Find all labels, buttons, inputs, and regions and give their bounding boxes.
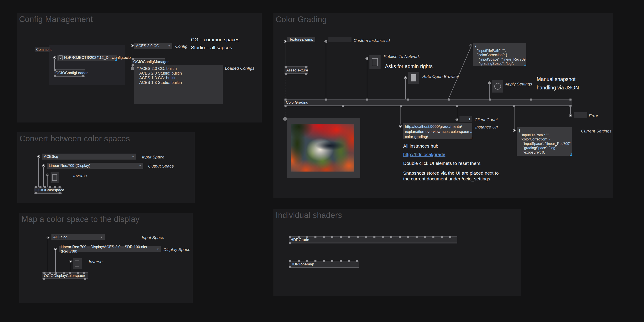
input-port-dot[interactable] [131, 44, 134, 47]
connector-stud-icon[interactable] [570, 99, 572, 101]
output-port-dot[interactable] [569, 114, 572, 117]
input-port-dot[interactable] [42, 164, 45, 167]
connector-stud-icon[interactable] [84, 278, 86, 280]
ocio-config-loader-node[interactable]: OCIOConfigLoader [54, 69, 85, 77]
resize-handle-icon[interactable] [570, 153, 572, 156]
output-port-ball[interactable] [283, 117, 287, 121]
loaded-configs-list[interactable]: * ACES 2.0 CG: builtin ACES 2.0 Studio: … [134, 65, 223, 104]
connector-stud-icon[interactable] [323, 236, 325, 238]
connector-stud-icon[interactable] [43, 278, 45, 280]
input-port-dot[interactable] [284, 40, 286, 43]
resize-handle-icon[interactable] [470, 137, 472, 139]
texture-path-field[interactable]: Textures/wimp [288, 37, 315, 42]
connector-stud-icon[interactable] [365, 236, 367, 238]
output-port-dot[interactable] [513, 129, 516, 132]
display-space-dropdown[interactable]: Linear Rec.709 – Display/ACES 2.0 – SDR … [59, 246, 161, 252]
input-port-dot[interactable] [366, 57, 368, 60]
connector-stud-icon[interactable] [530, 99, 532, 101]
connector-stud-icon[interactable] [44, 272, 46, 274]
connector-stud-icon[interactable] [306, 236, 308, 238]
connector-stud-icon[interactable] [289, 236, 291, 238]
connector-stud-icon[interactable] [424, 236, 426, 238]
list-item[interactable]: ACES 2.0 Studio: builtin [137, 71, 223, 76]
connector-stud-icon[interactable] [441, 236, 443, 238]
input-port-dot[interactable] [404, 76, 407, 79]
hub-link[interactable]: http://hdr.local/grade [403, 152, 445, 157]
connector-stud-icon[interactable] [298, 236, 300, 238]
node-graph-canvas[interactable]: Config Management Comment 0 H:\PROJECTS\… [0, 0, 644, 322]
connector-stud-icon[interactable] [356, 236, 358, 238]
asset-texture-node[interactable]: AssetTexture [284, 66, 308, 74]
comment-node[interactable]: Comment [34, 47, 50, 52]
connector-stud-icon[interactable] [407, 236, 409, 238]
connector-stud-icon[interactable] [54, 186, 56, 188]
connector-stud-icon[interactable] [342, 105, 344, 107]
config-dropdown[interactable]: ACES 2.0 CG ▼ [134, 43, 172, 49]
connector-stud-icon[interactable] [314, 236, 316, 238]
connector-stud-icon[interactable] [449, 236, 451, 238]
connector-stud-icon[interactable] [44, 186, 46, 188]
hdr-grade-node[interactable]: HDRGrade [289, 236, 457, 243]
connector-stud-icon[interactable] [82, 75, 84, 77]
connector-stud-icon[interactable] [348, 236, 350, 238]
config-path-field[interactable]: 0 H:\PROJECTS\2024\12_D...\config.ocio [57, 55, 117, 61]
input-port-dot[interactable] [53, 56, 56, 59]
input-port-dot[interactable] [324, 40, 327, 43]
connector-stud-icon[interactable] [305, 73, 307, 75]
connector-stud-icon[interactable] [58, 186, 60, 188]
connector-stud-icon[interactable] [289, 266, 291, 268]
input-port-dot[interactable] [470, 44, 472, 47]
connector-stud-icon[interactable] [78, 272, 80, 274]
input-space-dropdown[interactable]: ACEScg ▼ [42, 154, 136, 160]
connector-stud-icon[interactable] [331, 260, 333, 262]
custom-instance-id-field[interactable] [328, 37, 352, 42]
connector-stud-icon[interactable] [340, 260, 342, 262]
inverse-checkbox[interactable] [73, 258, 82, 269]
publish-to-network-checkbox[interactable] [370, 55, 380, 69]
inverse-checkbox[interactable] [50, 172, 59, 183]
input-port-dot[interactable] [46, 236, 50, 238]
output-port-ball[interactable] [130, 66, 134, 70]
input-space-dropdown[interactable]: ACEScg ▼ [52, 234, 105, 240]
ocio-display-colorspace-node[interactable]: OCIODisplayColorspace [42, 272, 88, 279]
connector-stud-icon[interactable] [58, 192, 60, 194]
connector-stud-icon[interactable] [416, 236, 418, 238]
instance-url-field[interactable]: http://localhost:9000/grade/manta/ expla… [403, 123, 472, 139]
auto-open-browser-checkbox[interactable] [408, 72, 419, 84]
resize-handle-icon[interactable] [115, 58, 117, 61]
list-item[interactable]: ACES 1.3 CG: builtin [137, 76, 223, 80]
list-item[interactable]: * ACES 2.0 CG: builtin [137, 66, 223, 71]
output-port-dot[interactable] [399, 125, 402, 128]
connector-stud-icon[interactable] [331, 236, 333, 238]
connector-stud-icon[interactable] [306, 260, 308, 262]
connector-stud-icon[interactable] [390, 236, 392, 238]
connector-stud-icon[interactable] [408, 99, 409, 101]
apply-settings-button[interactable] [492, 80, 503, 93]
connector-stud-icon[interactable] [356, 260, 358, 262]
connector-stud-icon[interactable] [63, 272, 65, 274]
connector-stud-icon[interactable] [289, 242, 291, 244]
connector-stud-icon[interactable] [323, 260, 325, 262]
connector-stud-icon[interactable] [348, 260, 350, 262]
connector-stud-icon[interactable] [49, 186, 51, 188]
connector-stud-icon[interactable] [289, 260, 291, 262]
connector-stud-icon[interactable] [54, 75, 56, 77]
output-port-dot[interactable] [456, 118, 458, 121]
resize-handle-icon[interactable] [524, 64, 526, 66]
client-count-field[interactable]: 1 [460, 116, 472, 122]
output-space-dropdown[interactable]: Linear Rec.709 (Display) ▼ [47, 163, 143, 169]
connector-stud-icon[interactable] [49, 272, 51, 274]
input-port-dot[interactable] [37, 155, 40, 158]
ocio-colorspace-node[interactable]: OCIOColorspace [34, 187, 62, 194]
connector-stud-icon[interactable] [40, 186, 42, 188]
connector-stud-icon[interactable] [340, 236, 342, 238]
list-item[interactable]: ACES 1.3 Studio: builtin [137, 80, 223, 85]
input-port-dot[interactable] [46, 174, 49, 176]
connector-stud-icon[interactable] [374, 236, 376, 238]
connector-stud-icon[interactable] [34, 186, 36, 188]
hdr-tonemap-node[interactable]: HDRTonemap [289, 261, 359, 268]
connector-stud-icon[interactable] [448, 99, 450, 101]
connector-stud-icon[interactable] [314, 260, 316, 262]
color-grading-node[interactable]: ColorGrading [284, 99, 572, 106]
current-settings-json-field[interactable]: { "inputFilePath": "", "colorCorrection"… [517, 127, 572, 156]
